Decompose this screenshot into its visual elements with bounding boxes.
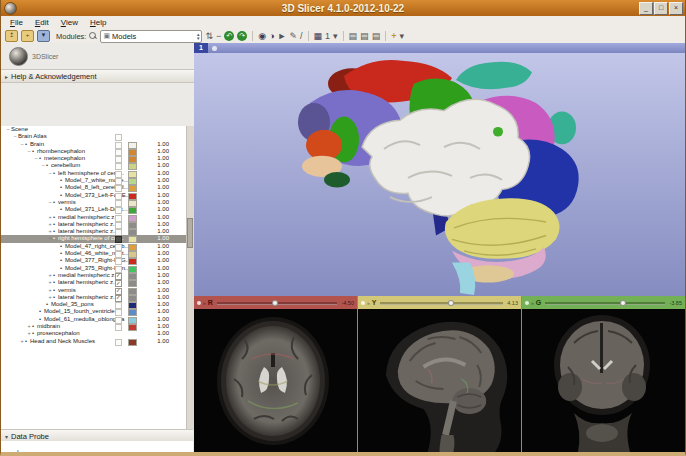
opacity-value[interactable]: 1.00 (143, 301, 169, 308)
load-data-icon[interactable]: ↥ (5, 30, 18, 42)
opacity-value[interactable]: 1.00 (143, 235, 169, 242)
chevron-down-icon-2[interactable]: ▾ (399, 31, 404, 41)
tree-row-26[interactable]: •Model_61_medulla_oblongata1.00 (1, 316, 193, 323)
slider-track[interactable] (545, 302, 665, 305)
threed-view-header[interactable]: 1 (194, 43, 685, 53)
undo-icon[interactable]: ↶ (224, 31, 234, 41)
screen-capture-icon[interactable]: ◉ (258, 31, 266, 41)
minimize-button[interactable]: _ (639, 2, 653, 15)
tree-row-9[interactable]: •Model_373_Left-FaGE...1.00 (1, 192, 193, 199)
chevron-icon[interactable]: » (203, 300, 206, 306)
visibility-checkbox[interactable] (115, 339, 122, 346)
opacity-value[interactable]: 1.00 (143, 170, 169, 177)
opacity-value[interactable]: 1.00 (143, 330, 169, 337)
tree-row-16[interactable]: •Model_47_right_cereb...1.00 (1, 243, 193, 250)
tree-row-20[interactable]: +•medial hemispheric z...1.00 (1, 272, 193, 279)
tree-row-28[interactable]: +•prosencephalon1.00 (1, 330, 193, 337)
opacity-value[interactable]: 1.00 (143, 141, 169, 148)
opacity-value[interactable]: 1.00 (143, 338, 169, 345)
opacity-value[interactable]: 1.00 (143, 308, 169, 315)
opacity-value[interactable]: 1.00 (143, 272, 169, 279)
threed-view-badge[interactable]: 1 (194, 43, 208, 53)
opacity-value[interactable]: 1.00 (143, 228, 169, 235)
tree-row-2[interactable]: −•Brain1.00 (1, 141, 193, 148)
tree-row-10[interactable]: −•vermis1.00 (1, 199, 193, 206)
opacity-value[interactable]: 1.00 (143, 265, 169, 272)
tree-row-15[interactable]: −•right hemisphere of cer...1.00 (1, 235, 193, 242)
opacity-value[interactable]: 1.00 (143, 294, 169, 301)
pencil-icon[interactable]: ✎ (289, 31, 297, 41)
tree-scrollbar[interactable] (186, 126, 194, 429)
yellow-slice-view[interactable] (358, 309, 521, 452)
green-slice-header[interactable]: » G -3.85 (522, 296, 685, 309)
tree-row-27[interactable]: +•midbrain1.00 (1, 323, 193, 330)
tree-row-7[interactable]: •Model_7_white_matte...1.00 (1, 177, 193, 184)
opacity-value[interactable]: 1.00 (143, 323, 169, 330)
red-slice-view[interactable] (194, 309, 357, 452)
opacity-value[interactable]: 1.00 (143, 257, 169, 264)
tree-row-8[interactable]: •Model_8_left_cerebell...1.00 (1, 184, 193, 191)
tree-row-4[interactable]: −•metencephalon1.00 (1, 155, 193, 162)
opacity-value[interactable]: 1.00 (143, 148, 169, 155)
module-search-icon[interactable] (89, 32, 97, 40)
opacity-value[interactable]: 1.00 (143, 243, 169, 250)
red-slice-header[interactable]: » R -4.50 (194, 296, 357, 309)
opacity-value[interactable]: 1.00 (143, 155, 169, 162)
tree-row-0[interactable]: −Scene (1, 126, 193, 133)
red-slice-slider[interactable] (217, 299, 338, 307)
layout-count-label[interactable]: 1 (325, 31, 330, 41)
chevron-down-icon[interactable]: ▾ (333, 31, 338, 41)
maximize-button[interactable]: □ (654, 2, 668, 15)
tree-row-25[interactable]: •Model_15_fourth_ventricle1.00 (1, 308, 193, 315)
close-button[interactable]: × (669, 2, 683, 15)
opacity-value[interactable]: 1.00 (143, 177, 169, 184)
minus-icon[interactable]: − (216, 31, 221, 41)
green-slice-slider[interactable] (545, 299, 665, 307)
menu-item-help[interactable]: Help (84, 18, 112, 27)
module-spinner[interactable]: ▴ ▾ (197, 32, 200, 40)
tree-row-14[interactable]: +•lateral hemispheric z...1.00 (1, 228, 193, 235)
opacity-value[interactable]: 1.00 (143, 206, 169, 213)
load-dicom-icon[interactable]: + (21, 30, 34, 42)
opacity-value[interactable]: 1.00 (143, 192, 169, 199)
opacity-value[interactable]: 1.00 (143, 316, 169, 323)
tree-row-22[interactable]: +•vermis1.00 (1, 287, 193, 294)
menu-item-file[interactable]: File (4, 18, 29, 27)
opacity-value[interactable]: 1.00 (143, 221, 169, 228)
module-selector[interactable]: ▣ Models ▴ ▾ (100, 30, 202, 43)
threed-view[interactable] (194, 53, 685, 296)
tree-row-21[interactable]: +•lateral hemispheric z...1.00 (1, 279, 193, 286)
extensions-icon[interactable]: + (391, 31, 396, 41)
green-slice-toggle-icon[interactable]: ▤ (372, 31, 381, 41)
pin-icon[interactable] (525, 301, 529, 305)
menu-item-edit[interactable]: Edit (29, 18, 55, 27)
scene-view-icon[interactable]: ◑ (269, 31, 274, 41)
tree-row-17[interactable]: •Model_46_white_matt...1.00 (1, 250, 193, 257)
tree-row-6[interactable]: −•left hemisphere of cere...1.00 (1, 170, 193, 177)
yellow-slice-toggle-icon[interactable]: ▤ (360, 31, 369, 41)
slider-thumb[interactable] (272, 300, 278, 306)
tree-row-11[interactable]: •Model_371_Left-Dent...1.00 (1, 206, 193, 213)
layout-icon[interactable]: ▦ (314, 31, 323, 41)
pin-icon[interactable] (361, 301, 365, 305)
yellow-slice-header[interactable]: » Y 4.13 (358, 296, 521, 309)
pin-icon[interactable] (197, 301, 201, 305)
red-slice-toggle-icon[interactable]: ▤ (349, 31, 358, 41)
menu-item-view[interactable]: View (55, 18, 84, 27)
tree-row-12[interactable]: +•medial hemispheric z...1.00 (1, 214, 193, 221)
module-history-icon[interactable]: ⇅ (205, 31, 213, 41)
opacity-value[interactable]: 1.00 (143, 184, 169, 191)
yellow-slice-slider[interactable] (380, 299, 503, 307)
opacity-value[interactable]: 1.00 (143, 199, 169, 206)
title-bar[interactable]: 3D Slicer 4.1.0-2012-10-22 _□× (1, 0, 685, 16)
tree-row-1[interactable]: −Brain Atlas (1, 133, 193, 140)
opacity-value[interactable]: 1.00 (143, 279, 169, 286)
mouse-interaction-icon[interactable]: ► (278, 31, 287, 41)
tree-scrollbar-thumb[interactable] (187, 218, 193, 248)
opacity-value[interactable]: 1.00 (143, 287, 169, 294)
tree-row-19[interactable]: •Model_375_Right-Den...1.00 (1, 265, 193, 272)
opacity-value[interactable]: 1.00 (143, 214, 169, 221)
pin-icon[interactable] (212, 46, 217, 51)
chevron-icon[interactable]: » (531, 300, 534, 306)
tree-row-3[interactable]: −•rhombencephalon1.00 (1, 148, 193, 155)
